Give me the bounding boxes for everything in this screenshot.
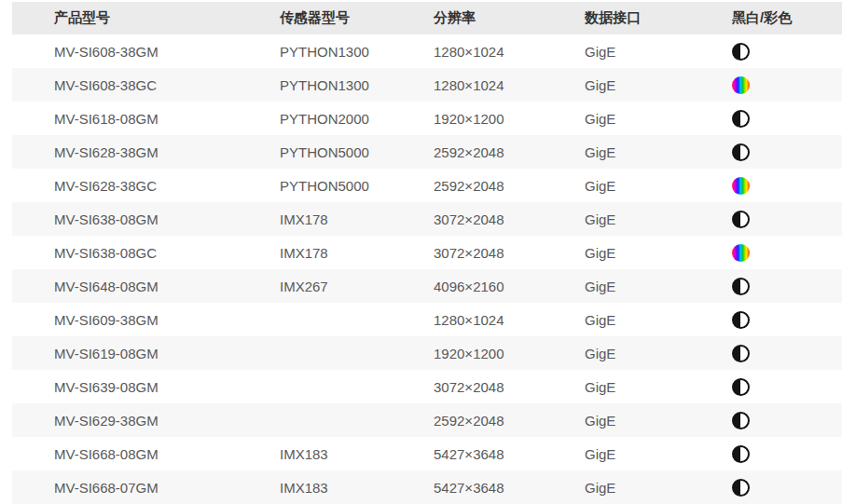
table-row: MV-SI618-08GM PYTHON2000 1920×1200 GigE — [12, 102, 842, 135]
resolution-cell: 3072×2048 — [392, 236, 543, 269]
column-header-model: 产品型号 — [12, 2, 238, 34]
table-row: MV-SI628-38GM PYTHON5000 2592×2048 GigE — [12, 135, 842, 169]
interface-cell: GigE — [543, 135, 690, 169]
mono-icon — [732, 412, 750, 429]
mono-icon — [732, 345, 750, 362]
table-row: MV-SI619-08GM 1920×1200 GigE — [12, 336, 842, 370]
color-cell — [690, 370, 842, 403]
interface-cell: GigE — [543, 236, 690, 269]
color-cell — [690, 269, 842, 303]
sensor-cell: PYTHON5000 — [238, 135, 392, 169]
mono-icon — [732, 43, 750, 61]
table-row: MV-SI668-08GM IMX183 5427×3648 GigE — [12, 437, 842, 470]
sensor-cell: PYTHON2000 — [238, 102, 392, 135]
interface-cell: GigE — [543, 102, 690, 135]
interface-cell: GigE — [543, 303, 690, 336]
sensor-cell: PYTHON1300 — [238, 68, 392, 102]
color-cell — [690, 202, 842, 236]
table-row: MV-SI609-38GM 1280×1024 GigE — [12, 303, 842, 336]
mono-icon — [732, 143, 750, 161]
model-cell: MV-SI639-08GM — [12, 370, 238, 403]
column-header-resolution: 分辨率 — [392, 2, 543, 34]
table-row: MV-SI639-08GM 3072×2048 GigE — [12, 370, 842, 403]
model-cell: MV-SI628-38GM — [12, 135, 238, 169]
sensor-cell — [238, 403, 392, 437]
color-cell — [690, 169, 842, 202]
color-icon — [732, 177, 750, 195]
model-cell: MV-SI638-08GC — [12, 236, 238, 269]
interface-cell: GigE — [543, 202, 690, 236]
resolution-cell: 1920×1200 — [392, 102, 543, 135]
resolution-cell: 5427×3648 — [392, 437, 543, 470]
resolution-cell: 1920×1200 — [392, 336, 543, 370]
mono-icon — [732, 110, 750, 128]
model-cell: MV-SI628-38GC — [12, 169, 238, 202]
sensor-cell — [238, 336, 392, 370]
resolution-cell: 1280×1024 — [392, 34, 543, 68]
resolution-cell: 2592×2048 — [392, 403, 543, 437]
color-cell — [690, 102, 842, 135]
resolution-cell: 5427×3648 — [392, 470, 543, 504]
table-row: MV-SI629-38GM 2592×2048 GigE — [12, 403, 842, 437]
table-row: MV-SI648-08GM IMX267 4096×2160 GigE — [12, 269, 842, 303]
product-spec-table-container: 产品型号 传感器型号 分辨率 数据接口 黑白/彩色 MV-SI608-38GM … — [12, 2, 842, 504]
sensor-cell: IMX183 — [238, 470, 392, 504]
column-header-color: 黑白/彩色 — [690, 2, 842, 34]
color-cell — [690, 68, 842, 102]
resolution-cell: 1280×1024 — [392, 303, 543, 336]
sensor-cell: IMX183 — [238, 437, 392, 470]
mono-icon — [732, 311, 750, 329]
resolution-cell: 2592×2048 — [392, 135, 543, 169]
model-cell: MV-SI638-08GM — [12, 202, 238, 236]
color-cell — [690, 470, 842, 504]
resolution-cell: 1280×1024 — [392, 68, 543, 102]
sensor-cell: PYTHON1300 — [238, 34, 392, 68]
mono-icon — [732, 445, 750, 463]
sensor-cell: PYTHON5000 — [238, 169, 392, 202]
interface-cell: GigE — [543, 470, 690, 504]
color-cell — [690, 437, 842, 470]
interface-cell: GigE — [543, 370, 690, 403]
model-cell: MV-SI619-08GM — [12, 336, 238, 370]
interface-cell: GigE — [543, 68, 690, 102]
model-cell: MV-SI608-38GM — [12, 34, 238, 68]
table-row: MV-SI608-38GC PYTHON1300 1280×1024 GigE — [12, 68, 842, 102]
interface-cell: GigE — [543, 336, 690, 370]
table-row: MV-SI628-38GC PYTHON5000 2592×2048 GigE — [12, 169, 842, 202]
sensor-cell: IMX178 — [238, 236, 392, 269]
table-header-row: 产品型号 传感器型号 分辨率 数据接口 黑白/彩色 — [12, 2, 842, 34]
table-row: MV-SI638-08GC IMX178 3072×2048 GigE — [12, 236, 842, 269]
model-cell: MV-SI629-38GM — [12, 403, 238, 437]
mono-icon — [732, 378, 750, 396]
interface-cell: GigE — [543, 269, 690, 303]
interface-cell: GigE — [543, 403, 690, 437]
color-cell — [690, 336, 842, 370]
color-cell — [690, 403, 842, 437]
model-cell: MV-SI648-08GM — [12, 269, 238, 303]
column-header-interface: 数据接口 — [543, 2, 690, 34]
interface-cell: GigE — [543, 169, 690, 202]
model-cell: MV-SI668-07GM — [12, 470, 238, 504]
sensor-cell: IMX178 — [238, 202, 392, 236]
resolution-cell: 3072×2048 — [392, 202, 543, 236]
sensor-cell — [238, 370, 392, 403]
resolution-cell: 4096×2160 — [392, 269, 543, 303]
model-cell: MV-SI618-08GM — [12, 102, 238, 135]
table-row: MV-SI668-07GM IMX183 5427×3648 GigE — [12, 470, 842, 504]
mono-icon — [732, 211, 750, 228]
color-cell — [690, 34, 842, 68]
interface-cell: GigE — [543, 437, 690, 470]
mono-icon — [732, 278, 750, 295]
resolution-cell: 3072×2048 — [392, 370, 543, 403]
sensor-cell: IMX267 — [238, 269, 392, 303]
table-body: MV-SI608-38GM PYTHON1300 1280×1024 GigE … — [12, 34, 842, 504]
resolution-cell: 2592×2048 — [392, 169, 543, 202]
table-row: MV-SI608-38GM PYTHON1300 1280×1024 GigE — [12, 34, 842, 68]
mono-icon — [732, 479, 750, 497]
table-row: MV-SI638-08GM IMX178 3072×2048 GigE — [12, 202, 842, 236]
model-cell: MV-SI609-38GM — [12, 303, 238, 336]
color-cell — [690, 135, 842, 169]
color-icon — [732, 76, 750, 94]
color-cell — [690, 303, 842, 336]
color-cell — [690, 236, 842, 269]
